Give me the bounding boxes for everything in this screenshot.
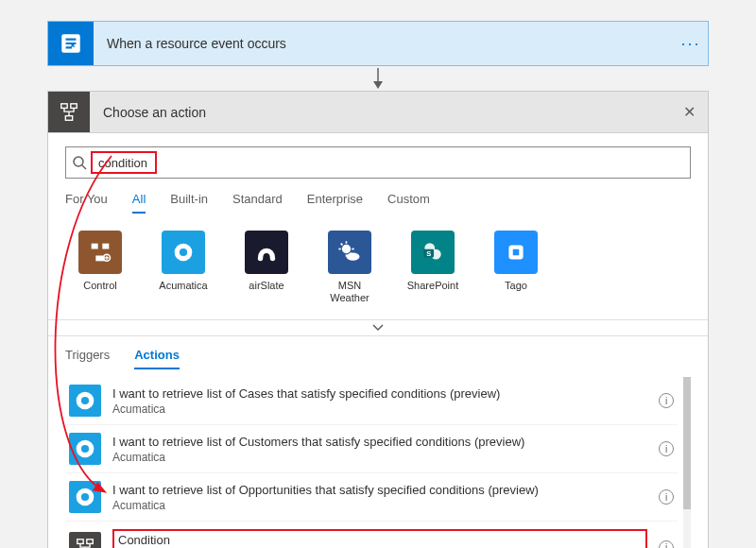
info-icon[interactable]: i (659, 393, 674, 408)
info-icon[interactable]: i (659, 489, 674, 505)
sub-tab-actions[interactable]: Actions (134, 348, 180, 369)
svg-point-33 (81, 493, 89, 501)
action-item[interactable]: I want to retrieve list of Customers tha… (65, 424, 678, 472)
scrollbar[interactable] (683, 377, 691, 548)
search-icon (66, 155, 93, 170)
flow-arrow-icon (47, 66, 709, 91)
svg-rect-27 (513, 249, 520, 256)
action-title: I want to retrieve list of Customers tha… (112, 435, 647, 451)
panel-title: Choose an action (90, 105, 670, 120)
info-icon[interactable]: i (659, 540, 674, 548)
trigger-title: When a resource event occurs (94, 36, 674, 51)
trigger-card[interactable]: When a resource event occurs ··· (47, 21, 709, 66)
event-grid-icon (48, 22, 94, 65)
action-item[interactable]: I want to retrieve list of Cases that sa… (65, 377, 678, 424)
connector-msn-weather[interactable]: MSNWeather (318, 231, 381, 304)
svg-point-14 (342, 245, 351, 253)
svg-point-29 (81, 397, 89, 404)
action-icon (69, 433, 101, 465)
category-tab-custom[interactable]: Custom (387, 192, 430, 214)
category-tab-for-you[interactable]: For You (65, 192, 108, 214)
action-text: I want to retrieve list of Cases that sa… (112, 386, 647, 416)
svg-point-31 (81, 445, 89, 453)
panel-header: Choose an action ✕ (48, 92, 708, 133)
action-subtitle: Acumatica (112, 451, 647, 464)
connector-airslate[interactable]: airSlate (235, 231, 298, 304)
svg-rect-35 (87, 539, 93, 544)
category-tab-built-in[interactable]: Built-in (170, 192, 208, 214)
action-item[interactable]: I want to retrieve list of Opportunities… (65, 472, 678, 521)
action-list: I want to retrieve list of Cases that sa… (65, 377, 691, 548)
svg-point-21 (347, 253, 360, 261)
connector-control[interactable]: Control (69, 231, 131, 304)
search-input[interactable] (94, 156, 153, 170)
search-box[interactable] (65, 146, 691, 179)
action-title: I want to retrieve list of Opportunities… (112, 483, 647, 499)
action-title: I want to retrieve list of Cases that sa… (112, 386, 647, 402)
connector-sharepoint[interactable]: SSharePoint (402, 231, 464, 304)
action-text: I want to retrieve list of Customers tha… (112, 435, 647, 464)
trigger-menu-button[interactable]: ··· (674, 34, 708, 54)
search-term-highlight (91, 151, 157, 174)
svg-line-7 (82, 165, 86, 169)
connector-row: ControlAcumaticaairSlateMSNWeatherSShare… (65, 221, 691, 316)
action-icon (69, 532, 101, 548)
action-item[interactable]: ConditionControli (65, 521, 678, 548)
svg-point-13 (180, 248, 187, 256)
category-tab-all[interactable]: All (132, 192, 146, 214)
action-text: I want to retrieve list of Opportunities… (112, 483, 647, 512)
action-subtitle: Acumatica (112, 402, 647, 416)
svg-rect-4 (71, 103, 77, 108)
connector-acumatica[interactable]: Acumatica (152, 231, 215, 304)
svg-marker-2 (373, 81, 383, 89)
category-tab-standard[interactable]: Standard (232, 192, 283, 214)
svg-rect-9 (102, 244, 109, 249)
action-icon (69, 385, 101, 417)
control-icon (48, 92, 90, 132)
svg-text:S: S (426, 249, 431, 258)
category-tab-enterprise[interactable]: Enterprise (307, 192, 363, 214)
svg-rect-5 (65, 115, 72, 120)
action-icon (69, 481, 101, 513)
connector-tago[interactable]: Tago (485, 231, 547, 304)
close-button[interactable]: ✕ (670, 103, 708, 121)
choose-action-panel: Choose an action ✕ For YouAllBuilt-inSta… (47, 91, 709, 548)
action-subtitle: Acumatica (112, 499, 647, 512)
sub-tabs: TriggersActions (65, 336, 691, 377)
svg-point-6 (74, 157, 83, 166)
action-title: Condition (118, 533, 640, 548)
info-icon[interactable]: i (659, 441, 674, 456)
category-tabs: For YouAllBuilt-inStandardEnterpriseCust… (65, 179, 691, 221)
svg-rect-8 (92, 244, 98, 249)
svg-rect-3 (61, 103, 67, 108)
action-text: ConditionControl (112, 529, 647, 548)
sub-tab-triggers[interactable]: Triggers (65, 348, 110, 369)
svg-rect-34 (77, 539, 83, 544)
svg-line-19 (341, 244, 343, 246)
expand-connectors-button[interactable] (48, 319, 708, 336)
